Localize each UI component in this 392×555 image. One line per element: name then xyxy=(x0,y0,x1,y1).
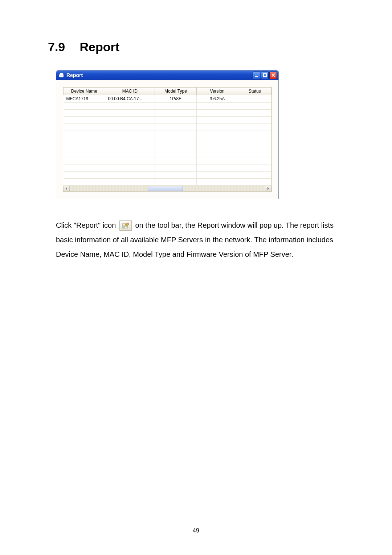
page-number: 49 xyxy=(0,527,392,534)
cell-version: 3.6.25A xyxy=(196,95,238,103)
window-title: Report xyxy=(66,72,253,78)
cell-status xyxy=(238,95,271,103)
table-row xyxy=(64,103,271,110)
cell-device-name: MFCA1719 xyxy=(64,95,105,103)
svg-marker-7 xyxy=(268,187,269,190)
table-row xyxy=(64,123,271,130)
scroll-right-button[interactable] xyxy=(265,186,271,191)
document-page: 7.9 Report Report xyxy=(0,0,392,555)
section-title: Report xyxy=(79,40,119,54)
col-mac-id[interactable]: MAC ID xyxy=(105,88,155,95)
maximize-button[interactable] xyxy=(261,72,269,79)
col-status[interactable]: Status xyxy=(238,88,271,95)
table-row xyxy=(64,130,271,137)
cell-mac-id: 00:00:B4:CA:17:... xyxy=(105,95,155,103)
table-header-row: Device Name MAC ID Model Type Version St… xyxy=(64,88,271,95)
table-row xyxy=(64,110,271,117)
col-model-type[interactable]: Model Type xyxy=(155,88,197,95)
report-table: Device Name MAC ID Model Type Version St… xyxy=(63,87,271,186)
col-version[interactable]: Version xyxy=(196,88,238,95)
section-heading: 7.9 Report xyxy=(48,40,344,54)
window-titlebar[interactable]: Report xyxy=(56,70,278,80)
paragraph-pre-icon: Click "Report" icon xyxy=(56,221,118,229)
table-row[interactable]: MFCA1719 00:00:B4:CA:17:... 1P/8E 3.6.25… xyxy=(64,95,271,103)
svg-rect-2 xyxy=(60,73,63,75)
scroll-thumb[interactable] xyxy=(148,186,183,191)
svg-marker-6 xyxy=(66,187,67,190)
table-row xyxy=(64,158,271,165)
table-row xyxy=(64,172,271,179)
table-row xyxy=(64,151,271,158)
report-icon xyxy=(119,220,132,231)
table-body: MFCA1719 00:00:B4:CA:17:... 1P/8E 3.6.25… xyxy=(64,95,271,186)
report-list-frame: Device Name MAC ID Model Type Version St… xyxy=(63,87,272,192)
svg-rect-5 xyxy=(264,74,266,77)
close-button[interactable] xyxy=(269,72,277,79)
table-row xyxy=(64,179,271,186)
svg-rect-4 xyxy=(255,76,258,77)
svg-point-10 xyxy=(127,223,129,224)
scroll-left-button[interactable] xyxy=(64,186,70,191)
horizontal-scrollbar[interactable] xyxy=(63,186,271,192)
cell-model-type: 1P/8E xyxy=(155,95,197,103)
window-body: Device Name MAC ID Model Type Version St… xyxy=(56,80,278,199)
window-controls xyxy=(253,72,277,79)
body-paragraph: Click "Report" icon on the tool bar, the… xyxy=(56,218,343,262)
scroll-track[interactable] xyxy=(70,186,265,191)
table-row xyxy=(64,165,271,172)
section-number: 7.9 xyxy=(48,40,76,54)
col-device-name[interactable]: Device Name xyxy=(64,88,105,95)
report-window: Report xyxy=(56,70,279,199)
minimize-button[interactable] xyxy=(253,72,260,79)
table-row xyxy=(64,137,271,144)
svg-rect-3 xyxy=(60,76,63,77)
table-row xyxy=(64,117,271,123)
printer-icon xyxy=(58,72,64,78)
table-row xyxy=(64,144,271,151)
